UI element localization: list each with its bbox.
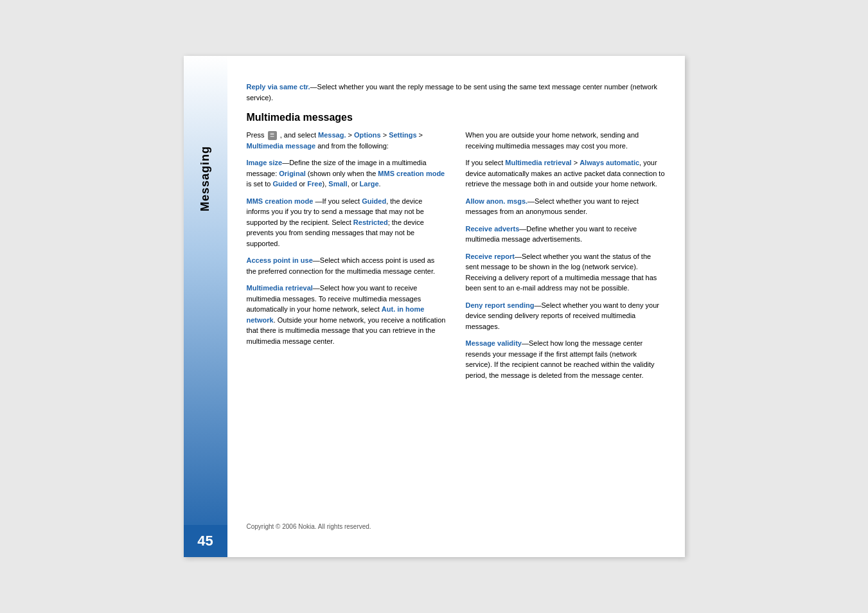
always-automatic-link: Always automatic <box>580 159 639 166</box>
right-column: When you are outside your home network, … <box>466 130 666 507</box>
reply-via-label: Reply via same ctr. <box>247 83 310 91</box>
guided-link2: Guided <box>362 197 386 205</box>
access-point-label: Access point in use <box>247 256 313 264</box>
page: Messaging 45 Reply via same ctr.—Select … <box>184 56 685 557</box>
receive-adverts-label: Receive adverts <box>466 225 520 233</box>
left-column: Press ☰ , and select Messag. > Options >… <box>247 130 447 507</box>
multimedia-retrieval-label: Multimedia retrieval <box>247 284 313 292</box>
access-point-para: Access point in use—Select which access … <box>247 255 447 276</box>
two-column-layout: Press ☰ , and select Messag. > Options >… <box>247 130 666 507</box>
menu-icon: ☰ <box>268 131 277 140</box>
section-heading: Multimedia messages <box>247 112 666 123</box>
copyright-text: Copyright © 2006 Nokia. All rights reser… <box>247 523 371 530</box>
receive-report-label: Receive report <box>466 253 515 260</box>
options-link: Options <box>354 131 381 139</box>
multimedia-message-link: Multimedia message <box>247 142 316 150</box>
image-size-para: Image size—Define the size of the image … <box>247 157 447 190</box>
guided-link: Guided <box>272 180 297 188</box>
always-automatic-para: If you select Multimedia retrieval > Alw… <box>466 157 666 190</box>
free-link: Free <box>307 180 322 188</box>
deny-report-para: Deny report sending—Select whether you w… <box>466 300 666 332</box>
original-link: Original <box>279 170 306 177</box>
outside-home-network-para: When you are outside your home network, … <box>466 130 666 151</box>
small-link: Small <box>328 180 347 188</box>
page-number-box: 45 <box>184 525 227 557</box>
allow-anon-label: Allow anon. msgs. <box>466 197 528 205</box>
press-intro-para: Press ☰ , and select Messag. > Options >… <box>247 130 447 151</box>
page-number: 45 <box>197 533 213 549</box>
deny-report-label: Deny report sending <box>466 301 535 309</box>
multimedia-retrieval-link: Multimedia retrieval <box>505 159 571 166</box>
footer: Copyright © 2006 Nokia. All rights reser… <box>247 507 666 531</box>
mms-creation-mode-label: MMS creation mode <box>247 197 315 205</box>
sidebar: Messaging 45 <box>184 56 227 557</box>
main-content: Reply via same ctr.—Select whether you w… <box>227 56 685 557</box>
receive-report-para: Receive report—Select whether you want t… <box>466 251 666 294</box>
restricted-link: Restricted <box>353 218 388 226</box>
settings-link: Settings <box>389 131 416 139</box>
large-link: Large <box>360 180 379 188</box>
image-size-label: Image size <box>247 159 283 166</box>
receive-adverts-para: Receive adverts—Define whether you want … <box>466 224 666 245</box>
message-validity-label: Message validity <box>466 339 522 347</box>
mms-creation-mode-para: MMS creation mode —If you select Guided,… <box>247 196 447 249</box>
mms-creation-mode-link: MMS creation mode <box>378 170 445 177</box>
aut-home-network-link: Aut. in home network <box>247 305 425 324</box>
sidebar-title: Messaging <box>199 146 212 211</box>
reply-via-paragraph: Reply via same ctr.—Select whether you w… <box>247 82 666 103</box>
messag-link: Messag. <box>318 131 346 139</box>
multimedia-retrieval-para: Multimedia retrieval—Select how you want… <box>247 283 447 346</box>
message-validity-para: Message validity—Select how long the mes… <box>466 338 666 380</box>
allow-anon-para: Allow anon. msgs.—Select whether you wan… <box>466 196 666 217</box>
